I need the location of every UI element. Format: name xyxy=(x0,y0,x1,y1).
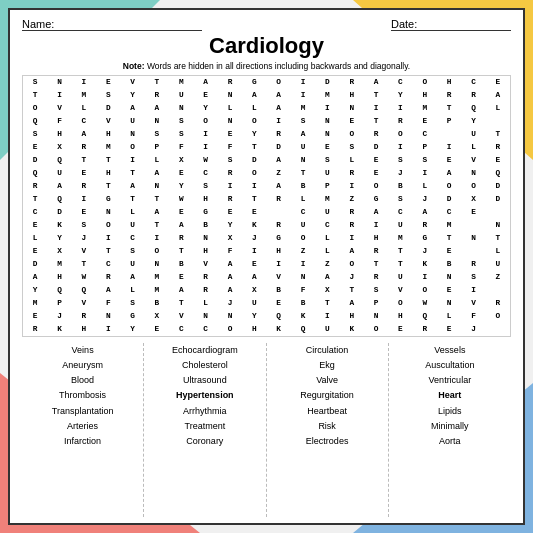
grid-cell: S xyxy=(315,154,339,167)
grid-cell: T xyxy=(72,154,96,167)
grid-cell: C xyxy=(461,76,485,89)
grid-cell: U xyxy=(47,167,71,180)
grid-cell: I xyxy=(413,167,437,180)
grid-cell: R xyxy=(267,193,291,206)
grid-cell: C xyxy=(96,258,120,271)
grid-cell: L xyxy=(486,245,510,258)
grid-cell: T xyxy=(145,193,169,206)
grid-cell: N xyxy=(218,115,242,128)
grid-cell: T xyxy=(242,141,266,154)
grid-cell: T xyxy=(96,245,120,258)
grid-cell: J xyxy=(413,245,437,258)
grid-cell: D xyxy=(267,141,291,154)
grid-cell: A xyxy=(218,284,242,297)
grid-cell: I xyxy=(388,102,412,115)
grid-cell: B xyxy=(267,284,291,297)
grid-cell: S xyxy=(169,115,193,128)
grid-cell: I xyxy=(364,102,388,115)
word-item: Ekg xyxy=(271,358,384,372)
grid-cell: E xyxy=(364,167,388,180)
grid-cell: A xyxy=(413,206,437,219)
word-item: Regurgitation xyxy=(271,388,384,402)
grid-cell: M xyxy=(169,76,193,89)
word-item: Ventricular xyxy=(393,373,507,387)
grid-cell: I xyxy=(193,128,217,141)
grid-cell: O xyxy=(486,310,510,323)
grid-cell: R xyxy=(413,323,437,336)
grid-cell: P xyxy=(364,297,388,310)
grid-cell: T xyxy=(72,258,96,271)
grid-cell: A xyxy=(340,245,364,258)
grid-cell: I xyxy=(218,180,242,193)
grid-cell: Z xyxy=(486,271,510,284)
grid-cell xyxy=(486,323,510,336)
grid-cell: M xyxy=(72,89,96,102)
word-item: Heartbeat xyxy=(271,404,384,418)
grid-cell: L xyxy=(486,102,510,115)
grid-cell: Y xyxy=(242,310,266,323)
grid-cell: A xyxy=(267,89,291,102)
grid-cell: D xyxy=(437,193,461,206)
grid-cell: Y xyxy=(47,232,71,245)
grid-cell: K xyxy=(242,219,266,232)
grid-cell: V xyxy=(388,284,412,297)
grid-cell: Y xyxy=(218,219,242,232)
grid-cell: R xyxy=(388,115,412,128)
grid-cell: O xyxy=(242,167,266,180)
grid-cell: H xyxy=(364,232,388,245)
word-item: Valve xyxy=(271,373,384,387)
grid-cell: G xyxy=(242,76,266,89)
grid-cell: F xyxy=(96,297,120,310)
grid-cell xyxy=(267,206,291,219)
grid-cell: A xyxy=(218,271,242,284)
grid-cell: V xyxy=(72,297,96,310)
grid-cell: A xyxy=(486,89,510,102)
grid-cell: B xyxy=(437,258,461,271)
grid-cell: H xyxy=(72,323,96,336)
grid-cell: U xyxy=(120,258,144,271)
grid-cell: H xyxy=(413,89,437,102)
grid-cell: X xyxy=(47,141,71,154)
note-prefix: Note: xyxy=(123,61,145,71)
grid-cell: Y xyxy=(461,115,485,128)
grid-cell: Y xyxy=(120,323,144,336)
grid-cell: A xyxy=(364,206,388,219)
word-item: Echocardiogram xyxy=(148,343,261,357)
grid-cell: S xyxy=(145,128,169,141)
grid-cell: R xyxy=(193,271,217,284)
grid-cell: V xyxy=(461,297,485,310)
grid-cell: O xyxy=(145,245,169,258)
grid-cell: V xyxy=(96,115,120,128)
grid-cell: I xyxy=(96,323,120,336)
grid-cell: N xyxy=(461,167,485,180)
grid-cell: O xyxy=(437,180,461,193)
word-item: Arteries xyxy=(26,419,139,433)
word-item: Blood xyxy=(26,373,139,387)
grid-cell: O xyxy=(364,323,388,336)
grid-cell: J xyxy=(461,323,485,336)
grid-cell: U xyxy=(486,258,510,271)
grid-cell xyxy=(486,115,510,128)
grid-cell: O xyxy=(388,128,412,141)
grid-cell: E xyxy=(23,141,47,154)
grid-cell: J xyxy=(242,232,266,245)
grid-cell: D xyxy=(364,141,388,154)
grid-cell: C xyxy=(72,115,96,128)
grid-cell: J xyxy=(72,232,96,245)
grid-cell: I xyxy=(267,115,291,128)
grid-cell xyxy=(486,206,510,219)
grid-cell: E xyxy=(315,141,339,154)
grid-cell: Y xyxy=(169,180,193,193)
grid-cell: R xyxy=(218,167,242,180)
grid-cell: L xyxy=(120,206,144,219)
grid-cell: N xyxy=(291,154,315,167)
grid-cell: I xyxy=(72,193,96,206)
grid-cell: A xyxy=(437,167,461,180)
grid-cell: I xyxy=(340,232,364,245)
grid-cell: K xyxy=(47,219,71,232)
grid-cell: U xyxy=(169,89,193,102)
grid-cell: A xyxy=(47,180,71,193)
grid-cell: Z xyxy=(291,245,315,258)
grid-cell: T xyxy=(23,193,47,206)
grid-cell: R xyxy=(72,141,96,154)
